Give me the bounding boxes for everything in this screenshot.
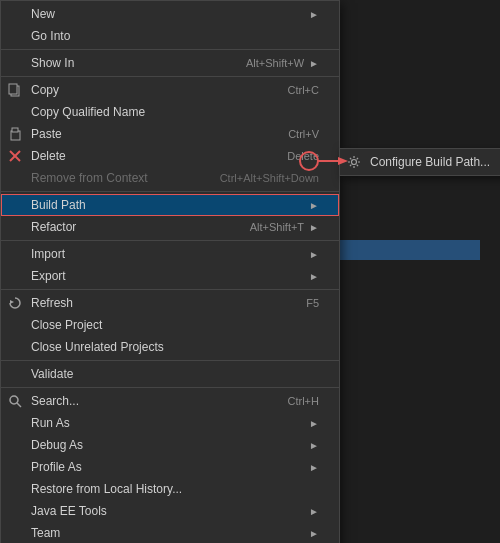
separator-7 <box>1 387 339 388</box>
menu-item-team[interactable]: Team ► <box>1 522 339 543</box>
red-arrow-indicator <box>298 150 348 172</box>
menu-item-delete[interactable]: Delete Delete <box>1 145 339 167</box>
refresh-icon <box>7 295 23 311</box>
arrow-icon: ► <box>309 462 319 473</box>
separator-4 <box>1 240 339 241</box>
arrow-icon: ► <box>309 271 319 282</box>
menu-item-search[interactable]: Search... Ctrl+H <box>1 390 339 412</box>
menu-item-debug-as[interactable]: Debug As ► <box>1 434 339 456</box>
arrow-icon: ► <box>309 506 319 517</box>
menu-item-remove-from-context[interactable]: Remove from Context Ctrl+Alt+Shift+Down <box>1 167 339 189</box>
arrow-icon: ► <box>309 440 319 451</box>
menu-item-copy[interactable]: Copy Ctrl+C <box>1 79 339 101</box>
svg-point-7 <box>10 396 18 404</box>
context-menu: New ► Go Into Show In Alt+Shift+W ► Copy… <box>0 0 340 543</box>
copy-icon <box>7 82 23 98</box>
arrow-icon: ► <box>309 222 319 233</box>
svg-line-8 <box>17 403 21 407</box>
menu-item-java-ee-tools[interactable]: Java EE Tools ► <box>1 500 339 522</box>
svg-point-10 <box>300 152 318 170</box>
arrow-icon: ► <box>309 9 319 20</box>
menu-item-new[interactable]: New ► <box>1 3 339 25</box>
search-icon <box>7 393 23 409</box>
menu-item-restore[interactable]: Restore from Local History... <box>1 478 339 500</box>
menu-item-close-unrelated[interactable]: Close Unrelated Projects <box>1 336 339 358</box>
build-path-submenu: Configure Build Path... <box>339 148 500 176</box>
menu-item-build-path[interactable]: Build Path ► <box>1 194 339 216</box>
menu-item-refactor[interactable]: Refactor Alt+Shift+T ► <box>1 216 339 238</box>
menu-item-go-into[interactable]: Go Into <box>1 25 339 47</box>
menu-item-import[interactable]: Import ► <box>1 243 339 265</box>
paste-icon <box>7 126 23 142</box>
svg-rect-3 <box>12 128 18 132</box>
svg-marker-6 <box>10 300 14 304</box>
menu-item-export[interactable]: Export ► <box>1 265 339 287</box>
menu-item-copy-qualified-name[interactable]: Copy Qualified Name <box>1 101 339 123</box>
arrow-icon: ► <box>309 200 319 211</box>
arrow-icon: ► <box>309 528 319 539</box>
delete-icon <box>7 148 23 164</box>
separator-5 <box>1 289 339 290</box>
separator-1 <box>1 49 339 50</box>
gear-icon <box>346 154 362 170</box>
svg-point-9 <box>352 160 357 165</box>
separator-6 <box>1 360 339 361</box>
svg-marker-12 <box>338 157 348 165</box>
menu-item-refresh[interactable]: Refresh F5 <box>1 292 339 314</box>
menu-item-validate[interactable]: Validate <box>1 363 339 385</box>
menu-item-profile-as[interactable]: Profile As ► <box>1 456 339 478</box>
arrow-icon: ► <box>309 249 319 260</box>
separator-2 <box>1 76 339 77</box>
arrow-icon: ► <box>309 418 319 429</box>
arrow-icon: ► <box>309 58 319 69</box>
menu-item-close-project[interactable]: Close Project <box>1 314 339 336</box>
menu-item-run-as[interactable]: Run As ► <box>1 412 339 434</box>
svg-rect-1 <box>9 84 17 94</box>
configure-build-path-label: Configure Build Path... <box>370 155 490 169</box>
menu-item-paste[interactable]: Paste Ctrl+V <box>1 123 339 145</box>
separator-3 <box>1 191 339 192</box>
submenu-item-configure-build-path[interactable]: Configure Build Path... <box>340 151 500 173</box>
menu-item-show-in[interactable]: Show In Alt+Shift+W ► <box>1 52 339 74</box>
